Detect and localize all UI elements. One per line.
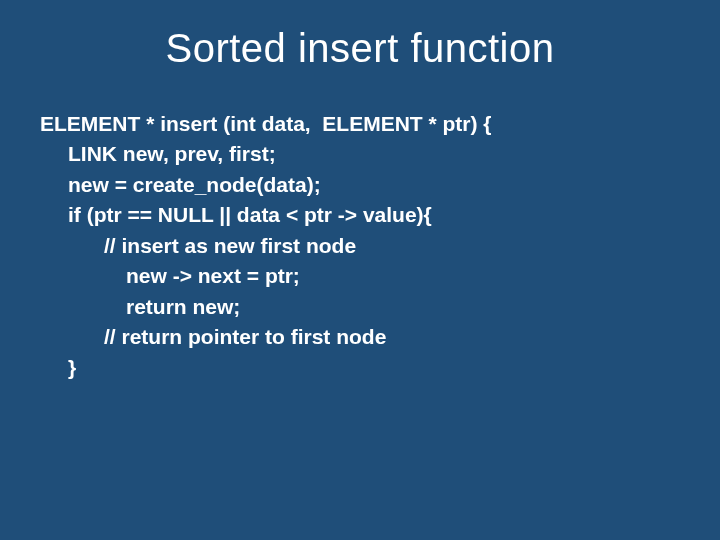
code-line: }	[40, 353, 680, 383]
code-block: ELEMENT * insert (int data, ELEMENT * pt…	[40, 109, 680, 383]
code-line: new -> next = ptr;	[40, 261, 680, 291]
code-line: // return pointer to first node	[40, 322, 680, 352]
code-line: LINK new, prev, first;	[40, 139, 680, 169]
code-line: new = create_node(data);	[40, 170, 680, 200]
slide-title: Sorted insert function	[40, 26, 680, 71]
code-line: ELEMENT * insert (int data, ELEMENT * pt…	[40, 109, 680, 139]
code-line: return new;	[40, 292, 680, 322]
code-line: if (ptr == NULL || data < ptr -> value){	[40, 200, 680, 230]
slide: Sorted insert function ELEMENT * insert …	[0, 0, 720, 540]
code-line: // insert as new first node	[40, 231, 680, 261]
